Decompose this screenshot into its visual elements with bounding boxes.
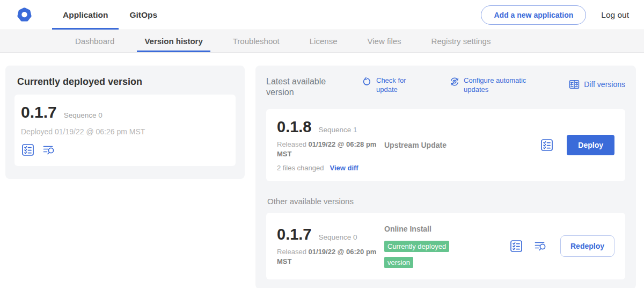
view-diff-link[interactable]: View diff	[330, 164, 358, 172]
tab-application[interactable]: Application	[52, 0, 119, 30]
latest-panel-header: Latest available version Check for updat…	[266, 76, 625, 98]
logs-search-icon[interactable]	[533, 239, 547, 253]
version-source: Upstream Update	[384, 141, 474, 149]
sequence-label: Sequence 0	[319, 233, 357, 241]
latest-version-card: 0.1.8 Sequence 1 Released 01/19/22 @ 06:…	[266, 109, 625, 181]
currently-deployed-panel: Currently deployed version 0.1.7 Sequenc…	[5, 66, 245, 179]
version-actions	[21, 143, 227, 157]
configure-automatic-updates-label: Configure automatic updates	[464, 76, 537, 95]
subnav-tab-dashboard[interactable]: Dashboard	[60, 30, 129, 52]
version-info: 0.1.8 Sequence 1 Released 01/19/22 @ 06:…	[277, 118, 384, 172]
checklist-icon[interactable]	[21, 143, 35, 157]
currently-deployed-title: Currently deployed version	[17, 76, 236, 88]
subnav-tab-registry-settings[interactable]: Registry settings	[416, 30, 506, 52]
released-prefix: Released	[277, 248, 306, 256]
app-logo-icon	[16, 6, 33, 23]
released-timestamp: Released 01/19/22 @ 06:20 pm MST	[277, 247, 384, 267]
logs-search-icon[interactable]	[42, 143, 56, 157]
redeploy-button[interactable]: Redeploy	[560, 235, 614, 257]
diff-versions-link[interactable]: Diff versions	[568, 78, 625, 90]
currently-deployed-badge: Currently deployed version	[384, 241, 449, 268]
version-row: 0.1.7 Sequence 0	[21, 103, 227, 121]
subnav-tab-troubleshoot[interactable]: Troubleshoot	[218, 30, 295, 52]
files-changed-row: 2 files changed View diff	[277, 164, 384, 172]
released-prefix: Released	[277, 140, 306, 148]
top-nav: Application GitOps Add a new application…	[0, 0, 644, 30]
version-row: 0.1.7 Sequence 0	[277, 226, 384, 243]
files-changed-label: 2 files changed	[277, 164, 324, 172]
sequence-label: Sequence 0	[64, 111, 103, 119]
top-nav-right: Add a new application Log out	[481, 5, 629, 25]
deploy-button[interactable]: Deploy	[567, 135, 614, 155]
check-for-update-link[interactable]: Check for update	[362, 76, 412, 95]
app-sub-nav: Dashboard Version history Troubleshoot L…	[0, 30, 644, 53]
latest-available-title: Latest available version	[266, 76, 348, 98]
logout-link[interactable]: Log out	[601, 10, 629, 20]
add-application-button[interactable]: Add a new application	[481, 5, 586, 25]
subnav-tab-version-history[interactable]: Version history	[129, 30, 217, 52]
main-content: Currently deployed version 0.1.7 Sequenc…	[0, 53, 644, 288]
checklist-icon[interactable]	[509, 239, 523, 253]
version-info: 0.1.7 Sequence 0 Released 01/19/22 @ 06:…	[277, 226, 384, 267]
refresh-icon	[362, 76, 372, 87]
other-versions-header: Other available versions	[267, 197, 625, 206]
latest-available-panel: Latest available version Check for updat…	[255, 66, 636, 288]
diff-versions-icon	[568, 78, 580, 90]
version-number: 0.1.7	[277, 226, 312, 243]
diff-versions-label: Diff versions	[584, 80, 625, 89]
configure-automatic-updates-link[interactable]: Configure automatic updates	[449, 76, 537, 95]
subnav-tab-view-files[interactable]: View files	[352, 30, 416, 52]
checklist-icon[interactable]	[540, 138, 554, 152]
version-row: 0.1.8 Sequence 1	[277, 118, 384, 136]
sequence-label: Sequence 1	[319, 126, 357, 134]
deployed-version-card: 0.1.7 Sequence 0 Deployed 01/19/22 @ 06:…	[14, 95, 236, 166]
version-source: Online Install Currently deployed versio…	[384, 225, 474, 270]
released-timestamp: Released 01/19/22 @ 06:28 pm MST	[277, 140, 384, 159]
version-number: 0.1.8	[277, 118, 312, 136]
source-label: Upstream Update	[384, 141, 474, 149]
version-number: 0.1.7	[21, 103, 57, 121]
subnav-tab-license[interactable]: License	[295, 30, 353, 52]
check-for-update-label: Check for update	[376, 76, 412, 95]
version-actions: Deploy	[540, 135, 614, 155]
source-label: Online Install	[384, 225, 474, 233]
top-nav-tabs: Application GitOps	[52, 0, 168, 30]
deployed-timestamp: Deployed 01/19/22 @ 06:26 pm MST	[21, 127, 227, 136]
version-actions: Redeploy	[509, 235, 614, 257]
badge-wrap: Currently deployed version	[384, 238, 465, 270]
auto-update-clock-icon	[449, 76, 460, 87]
other-version-card: 0.1.7 Sequence 0 Released 01/19/22 @ 06:…	[266, 213, 625, 279]
tab-gitops[interactable]: GitOps	[119, 0, 168, 30]
